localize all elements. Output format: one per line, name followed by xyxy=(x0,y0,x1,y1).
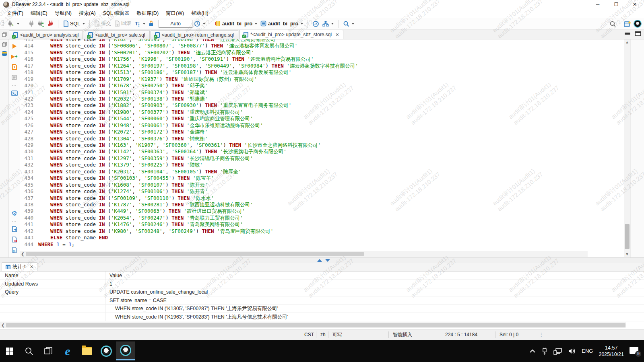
code-line[interactable]: 431 WHEN store_code IN ('K1297', 'SF0035… xyxy=(21,155,608,162)
action-center-icon[interactable]: 9 xyxy=(630,347,640,356)
editor-settings-gear-icon[interactable]: ⚙ xyxy=(11,210,18,217)
code-line[interactable]: 433 WHEN store_code IN ('K2031', 'SF0010… xyxy=(21,169,608,175)
quick-search-icon[interactable] xyxy=(609,21,616,27)
sash-up-icon[interactable] xyxy=(317,259,322,262)
table-row[interactable]: QueryUPDATE custom_online_sale_change_lo… xyxy=(0,288,644,297)
code-line[interactable]: 424 WHEN store_code IN ('K1980', 'SF0037… xyxy=(21,109,608,115)
code-line[interactable]: 443 ELSE store_name END xyxy=(21,234,608,241)
table-row[interactable]: WHEN store_code IN ('K1305', 'SF00287') … xyxy=(0,305,644,313)
sql-editor-button[interactable]: SQL xyxy=(61,20,87,28)
export-button[interactable] xyxy=(321,20,335,28)
results-horizontal-scrollbar[interactable]: ❮ xyxy=(0,322,626,328)
editor-tab[interactable]: ✓*<audit_bi_pro> update_sbz_store.sql✕ xyxy=(239,30,343,39)
network-icon[interactable] xyxy=(553,348,562,355)
maximize-button[interactable]: ☐ xyxy=(607,0,625,9)
sash-down-icon[interactable] xyxy=(325,259,330,262)
commit-button[interactable]: 提交 xyxy=(93,19,113,28)
table-row[interactable]: WHEN store_code IN ('K1963', 'SF00283') … xyxy=(0,313,644,321)
code-line[interactable]: 429 WHEN store_code IN ('K163', 'K1907',… xyxy=(21,142,608,148)
status-item[interactable]: 可写 xyxy=(328,331,388,338)
perspective-icon[interactable] xyxy=(624,21,631,27)
menu-item[interactable]: 导航(N) xyxy=(51,9,75,18)
status-item[interactable]: CST xyxy=(300,331,316,338)
task-view-button[interactable] xyxy=(39,341,58,360)
menu-item[interactable]: 文件(F) xyxy=(3,9,27,18)
editor-tab[interactable]: ✓<audit_bi_pro> analysis.sql xyxy=(9,30,83,39)
code-line[interactable]: 425 WHEN store_code IN ('K1544', 'SF0006… xyxy=(21,115,608,122)
open-console-button[interactable] xyxy=(11,90,18,97)
status-item[interactable]: 224 : 5 : 14184 xyxy=(441,331,495,338)
code-line[interactable]: 441 WHEN store_code IN ('K1476', 'SF0024… xyxy=(21,221,608,228)
menu-item[interactable]: 数据库(D) xyxy=(133,9,162,18)
maximize-editor-icon[interactable] xyxy=(635,31,641,36)
editor-tab[interactable]: ✓<audit_bi_pro> sale.sql xyxy=(84,30,149,39)
panel-sash[interactable] xyxy=(0,257,644,263)
disconnect-button[interactable] xyxy=(46,20,55,28)
usb-icon[interactable] xyxy=(541,348,548,355)
code-line[interactable]: 415 WHEN store_code IN ('SF00201', 'SF00… xyxy=(21,49,608,56)
code-line[interactable]: 437 WHEN store_code IN ('SF00109', 'SF00… xyxy=(21,195,608,202)
transaction-mode-button[interactable]: T xyxy=(133,20,147,28)
rollback-button[interactable]: 回滚 xyxy=(113,19,133,28)
explain-plan-button[interactable] xyxy=(11,74,18,81)
hscroll-thumb[interactable] xyxy=(26,252,364,256)
execute-statement-button[interactable] xyxy=(11,43,18,49)
close-tab-icon[interactable]: ✕ xyxy=(335,32,339,37)
results-hscroll-thumb[interactable] xyxy=(6,323,625,327)
dashboard-button[interactable] xyxy=(311,20,321,28)
table-row[interactable]: Updated Rows1 xyxy=(0,280,644,288)
code-line[interactable]: 440 WHEN store_code IN ('K2054', 'SF0024… xyxy=(21,215,608,221)
schema-selector[interactable]: audit_bi_pro xyxy=(259,20,305,27)
scroll-up-arrow[interactable]: ▲ xyxy=(624,40,630,44)
status-item[interactable]: 智能插入 xyxy=(388,331,441,338)
find-button[interactable] xyxy=(341,20,356,28)
code-line[interactable]: 414 WHEN store_code IN ('SF00806', 'SF00… xyxy=(21,43,608,49)
code-line[interactable]: 419 WHEN store_code IN ('K1709', 'K1937'… xyxy=(21,76,608,82)
language-indicator[interactable]: ENG xyxy=(582,348,593,354)
taskbar-clock[interactable]: 14:57 2025/10/21 xyxy=(599,345,624,358)
execute-script-button[interactable] xyxy=(11,64,18,70)
code-line[interactable]: 444WHERE 1 = 1; xyxy=(21,241,608,248)
column-header-name[interactable]: Name xyxy=(0,272,105,280)
connect-button[interactable] xyxy=(27,20,36,28)
output-log-icon[interactable]: (i) xyxy=(11,247,18,253)
taskbar-search-button[interactable] xyxy=(19,341,39,360)
code-line[interactable]: 426 WHEN store_code IN ('K1948', 'SF0006… xyxy=(21,122,608,129)
commit-mode-combo[interactable]: Auto xyxy=(159,20,192,28)
code-line[interactable]: 413 WHEN store_code IN ('K162', 'SF00195… xyxy=(21,39,608,43)
code-line[interactable]: 418 WHEN store_code IN ('K1513', 'SF0018… xyxy=(21,69,608,76)
menu-item[interactable]: 窗口(W) xyxy=(162,9,188,18)
sql-code-editor[interactable]: 413 WHEN store_code IN ('K162', 'SF00195… xyxy=(21,39,622,257)
scroll-left-arrow[interactable]: ❮ xyxy=(20,252,26,256)
code-line[interactable]: 420 WHEN store_code IN ('K1678', 'SF0025… xyxy=(21,82,608,89)
dbeaver-taskbar-icon-active[interactable] xyxy=(116,341,135,360)
code-line[interactable]: 439 WHEN store_code IN ('K449', 'SF00063… xyxy=(21,208,608,214)
lock-button[interactable] xyxy=(147,20,155,27)
code-line[interactable]: 422 WHEN store_code IN ('K2032', 'SF0013… xyxy=(21,96,608,102)
close-button[interactable]: ✕ xyxy=(625,0,644,9)
transaction-log-button[interactable] xyxy=(192,20,207,28)
editor-vertical-scrollbar[interactable]: ▲ ▼ xyxy=(624,39,630,257)
code-line[interactable]: 427 WHEN store_code IN ('K2072', 'SF0017… xyxy=(21,129,608,135)
table-row[interactable]: SET store_name = CASE xyxy=(0,296,644,305)
code-line[interactable]: 417 WHEN store_code IN ('K1264', 'SF0019… xyxy=(21,63,608,69)
code-line[interactable]: 435 WHEN store_code IN ('K1608', 'SF0010… xyxy=(21,182,608,188)
code-line[interactable]: 438 WHEN store_code IN ('K1787', 'SF0028… xyxy=(21,202,608,208)
restore-pane-icon[interactable] xyxy=(2,42,7,47)
scroll-down-arrow[interactable]: ▼ xyxy=(624,252,630,256)
menu-item[interactable]: 帮助(H) xyxy=(188,9,212,18)
minimize-editor-icon[interactable] xyxy=(625,33,630,35)
dbeaver-profile-icon[interactable] xyxy=(634,20,642,28)
results-scroll-left-arrow[interactable]: ❮ xyxy=(0,323,6,327)
file-explorer-icon[interactable] xyxy=(77,341,97,360)
statistics-tab[interactable]: 统计 1 ✕ xyxy=(2,262,37,271)
export-result-icon[interactable] xyxy=(11,226,18,232)
editor-tab[interactable]: ✓<audit_bi_pro> return_change.sql xyxy=(151,30,238,39)
code-line[interactable]: 416 WHEN store_code IN ('K1756', 'K1996'… xyxy=(21,56,608,62)
minimize-button[interactable]: ─ xyxy=(588,0,607,9)
code-line[interactable]: 421 WHEN store_code IN ('K1501', 'SF0037… xyxy=(21,89,608,96)
menu-item[interactable]: 搜索(A) xyxy=(75,9,99,18)
database-navigator-icon[interactable] xyxy=(1,51,8,57)
column-header-value[interactable]: Value xyxy=(105,272,644,280)
code-line[interactable]: 442 WHEN store_code IN ('K980', 'SF00248… xyxy=(21,228,608,234)
